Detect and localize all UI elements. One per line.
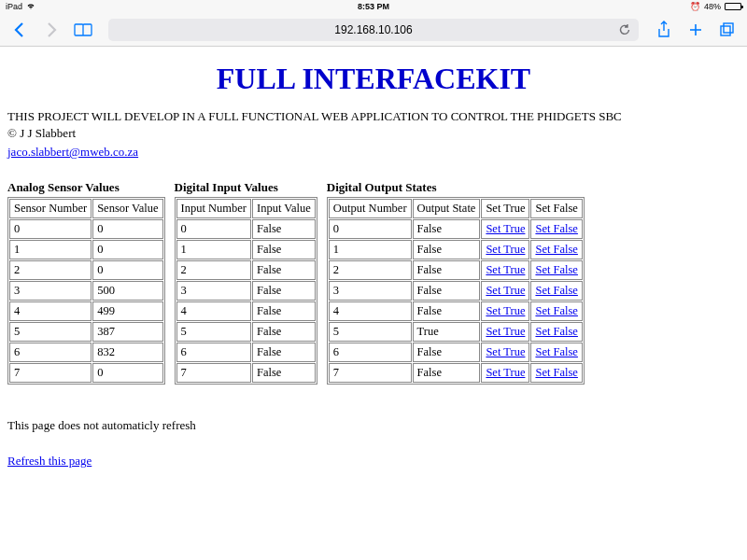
refresh-note: This page does not automaticly refresh <box>7 418 740 433</box>
bookmarks-button[interactable] <box>73 20 93 40</box>
header-cell: Sensor Number <box>9 199 92 218</box>
set-false-link[interactable]: Set False <box>535 304 577 317</box>
analog-table-title: Analog Sensor Values <box>7 180 165 195</box>
set-true-link[interactable]: Set True <box>486 263 525 276</box>
url-bar[interactable]: 192.168.10.106 <box>108 19 639 41</box>
battery-icon <box>725 3 741 10</box>
header-cell: Input Number <box>176 199 251 218</box>
forward-button[interactable] <box>41 20 62 40</box>
tabs-button[interactable] <box>717 20 738 40</box>
table-row: 20 <box>9 260 163 280</box>
set-true-link[interactable]: Set True <box>486 325 525 338</box>
status-bar: iPad 8:53 PM ⏰ 48% <box>0 0 747 13</box>
table-row: 2FalseSet TrueSet False <box>329 260 583 280</box>
header-cell: Set True <box>481 199 529 218</box>
table-row: 0FalseSet TrueSet False <box>329 219 583 239</box>
table-row: 3FalseSet TrueSet False <box>329 281 583 301</box>
set-true-link[interactable]: Set True <box>486 345 525 358</box>
table-row: 4False <box>176 301 316 321</box>
table-row: 1False <box>176 240 316 259</box>
set-true-link[interactable]: Set True <box>486 304 525 317</box>
set-true-link[interactable]: Set True <box>486 284 525 297</box>
svg-rect-3 <box>724 23 733 33</box>
device-label: iPad <box>6 2 22 11</box>
page-content: FULL INTERFACEKIT THIS PROJECT WILL DEVE… <box>0 47 747 476</box>
new-tab-button[interactable] <box>685 20 706 40</box>
url-text: 192.168.10.106 <box>334 23 412 36</box>
table-row: 7FalseSet TrueSet False <box>329 363 583 383</box>
reload-icon[interactable] <box>618 23 631 36</box>
wifi-icon <box>26 3 35 10</box>
clock: 8:53 PM <box>358 2 389 11</box>
digital-input-table-title: Digital Input Values <box>175 180 317 195</box>
table-row: 4499 <box>9 301 163 321</box>
table-row: 5TrueSet TrueSet False <box>329 322 583 342</box>
refresh-link[interactable]: Refresh this page <box>7 454 92 469</box>
page-title: FULL INTERFACEKIT <box>7 62 740 96</box>
back-button[interactable] <box>9 20 30 40</box>
table-row: 2False <box>176 260 316 280</box>
header-cell: Input Value <box>252 199 316 218</box>
header-cell: Output State <box>413 199 481 218</box>
table-row: 3500 <box>9 281 163 301</box>
set-true-link[interactable]: Set True <box>486 366 525 379</box>
copyright-text: © J J Slabbert <box>7 126 740 141</box>
table-row: 00 <box>9 219 163 239</box>
set-true-link[interactable]: Set True <box>486 243 525 256</box>
digital-input-table: Input Number Input Value 0False 1False 2… <box>175 197 317 385</box>
header-cell: Sensor Value <box>92 199 162 218</box>
table-row: 6FalseSet TrueSet False <box>329 343 583 362</box>
header-cell: Output Number <box>329 199 412 218</box>
alarm-icon: ⏰ <box>690 2 700 11</box>
share-button[interactable] <box>654 20 674 40</box>
set-false-link[interactable]: Set False <box>535 325 577 338</box>
set-false-link[interactable]: Set False <box>535 284 577 297</box>
battery-percentage: 48% <box>704 2 721 11</box>
set-false-link[interactable]: Set False <box>535 263 577 276</box>
table-row: 70 <box>9 363 163 383</box>
set-false-link[interactable]: Set False <box>535 243 577 256</box>
table-header-row: Output Number Output State Set True Set … <box>329 199 583 218</box>
table-header-row: Input Number Input Value <box>176 199 316 218</box>
email-link[interactable]: jaco.slabbert@mweb.co.za <box>7 145 138 159</box>
description-text: THIS PROJECT WILL DEVELOP IN A FULL FUNC… <box>7 109 740 124</box>
table-row: 7False <box>176 363 316 383</box>
set-false-link[interactable]: Set False <box>535 222 577 235</box>
digital-output-table-block: Digital Output States Output Number Outp… <box>327 180 585 385</box>
table-row: 0False <box>176 219 316 239</box>
analog-table: Sensor Number Sensor Value 00 10 20 3500… <box>7 197 165 385</box>
set-true-link[interactable]: Set True <box>486 222 525 235</box>
table-row: 4FalseSet TrueSet False <box>329 301 583 321</box>
header-cell: Set False <box>530 199 582 218</box>
table-row: 10 <box>9 240 163 259</box>
table-row: 6832 <box>9 343 163 362</box>
digital-input-table-block: Digital Input Values Input Number Input … <box>175 180 317 385</box>
set-false-link[interactable]: Set False <box>535 345 577 358</box>
digital-output-table-title: Digital Output States <box>327 180 585 195</box>
table-row: 1FalseSet TrueSet False <box>329 240 583 259</box>
table-row: 5False <box>176 322 316 342</box>
table-row: 6False <box>176 343 316 362</box>
set-false-link[interactable]: Set False <box>535 366 577 379</box>
table-header-row: Sensor Number Sensor Value <box>9 199 163 218</box>
table-row: 3False <box>176 281 316 301</box>
digital-output-table: Output Number Output State Set True Set … <box>327 197 585 385</box>
table-row: 5387 <box>9 322 163 342</box>
browser-toolbar: 192.168.10.106 <box>0 13 747 47</box>
svg-rect-2 <box>721 26 730 35</box>
analog-table-block: Analog Sensor Values Sensor Number Senso… <box>7 180 165 385</box>
